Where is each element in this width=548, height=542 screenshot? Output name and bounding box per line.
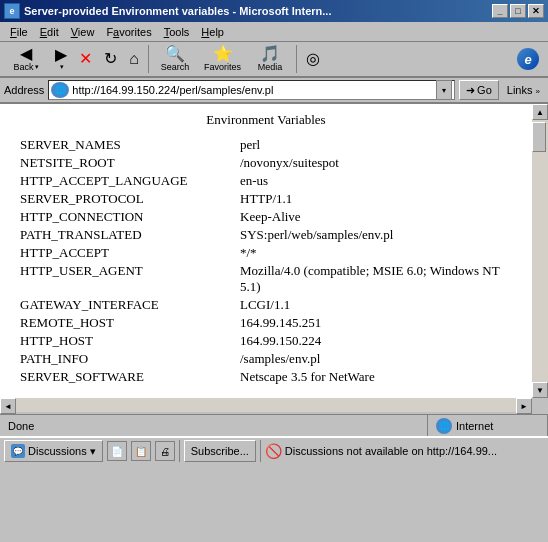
menu-file[interactable]: File	[4, 25, 34, 39]
subscribe-button[interactable]: Subscribe...	[184, 440, 256, 462]
discussions-button[interactable]: 💬 Discussions ▾	[4, 440, 103, 462]
table-row: HTTP_ACCEPT_LANGUAGEen-us	[16, 172, 516, 190]
horizontal-scrollbar[interactable]: ◄ ►	[0, 398, 532, 414]
menu-bar: File Edit View Favorites Tools Help	[0, 22, 548, 42]
scroll-left-button[interactable]: ◄	[0, 398, 16, 414]
task-icon-3[interactable]: 🖨	[155, 441, 175, 461]
window-title: Server-provided Environment variables - …	[24, 5, 331, 17]
discussions-icon: 💬	[11, 444, 25, 458]
links-button[interactable]: Links »	[503, 83, 544, 97]
content-scroll: Environment Variables SERVER_NAMESperlNE…	[0, 104, 532, 398]
scroll-track-v[interactable]	[532, 120, 548, 382]
env-value: Mozilla/4.0 (compatible; MSIE 6.0; Windo…	[236, 262, 516, 296]
stop-icon: ✕	[79, 51, 92, 67]
links-arrow-icon: »	[536, 87, 540, 96]
address-text[interactable]: http://164.99.150.224/perl/samples/env.p…	[72, 84, 436, 96]
ie-brand-icon: e	[517, 48, 539, 70]
stop-button[interactable]: ✕	[74, 43, 97, 75]
toolbar-separator-1	[148, 45, 149, 73]
forward-icon: ▶	[55, 47, 67, 63]
env-value: HTTP/1.1	[236, 190, 516, 208]
status-zone: 🌐 Internet	[428, 415, 548, 436]
media-icon: 🎵	[260, 46, 280, 62]
table-row: SERVER_SOFTWARENetscape 3.5 for NetWare	[16, 368, 516, 386]
table-row: REMOTE_HOST164.99.145.251	[16, 314, 516, 332]
env-value: /samples/env.pl	[236, 350, 516, 368]
internet-zone-icon: 🌐	[436, 418, 452, 434]
menu-favorites[interactable]: Favorites	[100, 25, 157, 39]
table-row: HTTP_USER_AGENTMozilla/4.0 (compatible; …	[16, 262, 516, 296]
menu-view[interactable]: View	[65, 25, 101, 39]
env-name: HTTP_ACCEPT_LANGUAGE	[16, 172, 236, 190]
table-row: SERVER_PROTOCOLHTTP/1.1	[16, 190, 516, 208]
subscribe-label: Subscribe...	[191, 445, 249, 457]
refresh-button[interactable]: ↻	[99, 43, 122, 75]
env-name: NETSITE_ROOT	[16, 154, 236, 172]
env-name: HTTP_USER_AGENT	[16, 262, 236, 296]
back-icon: ◀	[20, 46, 32, 62]
table-row: PATH_TRANSLATEDSYS:perl/web/samples/env.…	[16, 226, 516, 244]
scroll-right-button[interactable]: ►	[516, 398, 532, 414]
task-icon-2[interactable]: 📋	[131, 441, 151, 461]
env-value: */*	[236, 244, 516, 262]
env-name: GATEWAY_INTERFACE	[16, 296, 236, 314]
scroll-thumb-v[interactable]	[532, 122, 546, 152]
ie-icon: e	[4, 3, 20, 19]
minimize-button[interactable]: _	[492, 4, 508, 18]
search-icon: 🔍	[165, 46, 185, 62]
env-name: PATH_INFO	[16, 350, 236, 368]
scroll-corner	[532, 398, 548, 414]
taskbar-separator-1	[179, 440, 180, 462]
env-table: SERVER_NAMESperlNETSITE_ROOT/novonyx/sui…	[16, 136, 516, 386]
content-inner: Environment Variables SERVER_NAMESperlNE…	[0, 104, 532, 394]
table-row: SERVER_NAMESperl	[16, 136, 516, 154]
env-name: HTTP_HOST	[16, 332, 236, 350]
env-value: 164.99.150.224	[236, 332, 516, 350]
go-arrow-icon: ➜	[466, 84, 475, 97]
forward-button[interactable]: ▶ ▾	[50, 43, 72, 75]
ie-logo: e	[512, 43, 544, 75]
title-bar-left: e Server-provided Environment variables …	[4, 3, 331, 19]
env-value: en-us	[236, 172, 516, 190]
history-button[interactable]: ◎	[301, 43, 325, 75]
scroll-up-button[interactable]: ▲	[532, 104, 548, 120]
title-bar: e Server-provided Environment variables …	[0, 0, 548, 22]
maximize-button[interactable]: □	[510, 4, 526, 18]
back-button[interactable]: ◀ Back ▾	[4, 43, 48, 75]
table-row: HTTP_CONNECTIONKeep-Alive	[16, 208, 516, 226]
not-available-text: Discussions not available on http://164.…	[285, 445, 497, 457]
env-name: SERVER_PROTOCOL	[16, 190, 236, 208]
table-row: HTTP_HOST164.99.150.224	[16, 332, 516, 350]
home-button[interactable]: ⌂	[124, 43, 144, 75]
address-input-wrap[interactable]: 🌐 http://164.99.150.224/perl/samples/env…	[48, 80, 455, 100]
env-name: SERVER_SOFTWARE	[16, 368, 236, 386]
close-button[interactable]: ✕	[528, 4, 544, 18]
env-value: LCGI/1.1	[236, 296, 516, 314]
scroll-down-button[interactable]: ▼	[532, 382, 548, 398]
media-button[interactable]: 🎵 Media	[248, 43, 292, 75]
go-button[interactable]: ➜ Go	[459, 80, 499, 100]
menu-edit[interactable]: Edit	[34, 25, 65, 39]
no-entry-icon: 🚫	[265, 443, 282, 459]
status-bar: Done 🌐 Internet	[0, 414, 548, 436]
address-label: Address	[4, 84, 44, 96]
search-button[interactable]: 🔍 Search	[153, 43, 197, 75]
window-controls[interactable]: _ □ ✕	[492, 4, 544, 18]
menu-tools[interactable]: Tools	[158, 25, 196, 39]
refresh-icon: ↻	[104, 51, 117, 67]
vertical-scrollbar[interactable]: ▲ ▼	[532, 104, 548, 398]
status-done-text: Done	[8, 420, 34, 432]
env-name: PATH_TRANSLATED	[16, 226, 236, 244]
favorites-button[interactable]: ⭐ Favorites	[199, 43, 246, 75]
address-dropdown-button[interactable]: ▾	[436, 80, 452, 100]
task-icon-1[interactable]: 📄	[107, 441, 127, 461]
env-value: Netscape 3.5 for NetWare	[236, 368, 516, 386]
favorites-icon: ⭐	[213, 46, 233, 62]
status-done: Done	[0, 415, 428, 436]
scroll-track-h[interactable]	[16, 398, 516, 412]
history-icon: ◎	[306, 51, 320, 67]
env-value: 164.99.145.251	[236, 314, 516, 332]
menu-help[interactable]: Help	[195, 25, 230, 39]
toolbar-separator-2	[296, 45, 297, 73]
address-bar: Address 🌐 http://164.99.150.224/perl/sam…	[0, 78, 548, 104]
